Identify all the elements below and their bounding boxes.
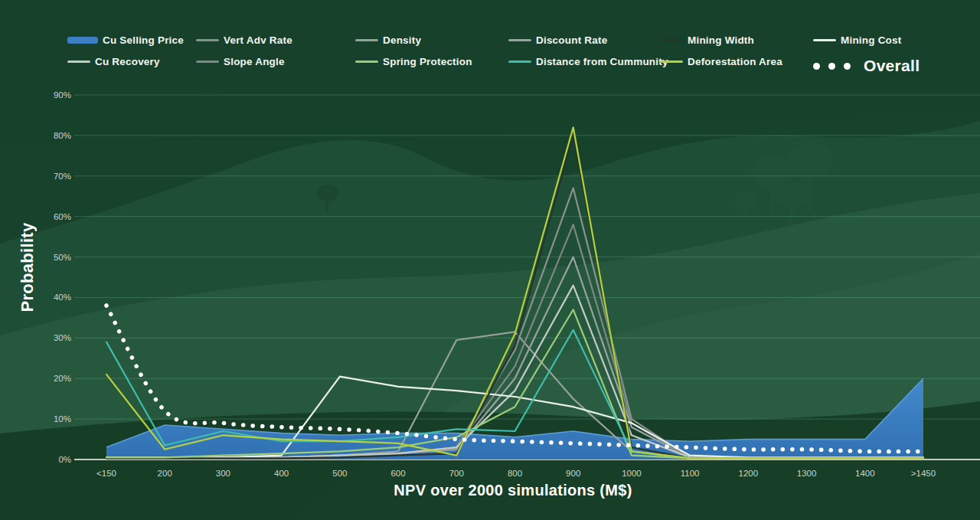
overall-legend-label: Overall (864, 57, 920, 75)
series-line-vert_adv_rate (106, 188, 923, 459)
legend-item-slope_angle[interactable]: Slope Angle (196, 55, 285, 67)
overall-dot-icon (828, 63, 835, 70)
legend-item-cu_recovery[interactable]: Cu Recovery (67, 55, 160, 67)
legend-label-slope_angle: Slope Angle (224, 56, 285, 67)
x-tick-label: 600 (390, 469, 405, 478)
legend-swatch-mining_cost (813, 39, 836, 41)
legend-item-overall[interactable]: Overall (813, 57, 920, 75)
x-tick-label: 700 (449, 469, 464, 478)
overall-dot-icon (813, 63, 820, 70)
legend-swatch-discount_rate (508, 39, 531, 41)
y-tick-label: 70% (54, 172, 71, 181)
legend-label-mining_cost: Mining Cost (841, 34, 901, 46)
x-tick-label: 1300 (797, 469, 817, 478)
chart-stage: 0%10%20%30%40%50%60%70%80%90%<1502003004… (0, 0, 980, 520)
x-tick-label: 1200 (739, 469, 759, 478)
series-line-deforestation_area (106, 127, 923, 459)
y-tick-label: 10% (54, 414, 71, 424)
y-tick-label: 20% (54, 374, 71, 383)
x-tick-label: 200 (158, 469, 172, 478)
legend-item-mining_cost[interactable]: Mining Cost (813, 34, 901, 46)
x-tick-label: 500 (332, 469, 347, 478)
x-tick-label: >1450 (911, 469, 936, 478)
x-axis-title: NPV over 2000 simulations (M$) (260, 482, 766, 499)
legend-label-discount_rate: Discount Rate (536, 34, 607, 46)
y-tick-label: 90% (54, 90, 71, 100)
y-tick-label: 0% (58, 455, 71, 464)
y-tick-label: 50% (54, 253, 71, 262)
series-line-slope_angle (106, 224, 923, 458)
legend-label-density: Density (383, 34, 421, 46)
legend-swatch-distance_from_cummunity (508, 61, 531, 63)
legend-item-discount_rate[interactable]: Discount Rate (508, 34, 607, 46)
legend-item-spring_protection[interactable]: Spring Protection (355, 55, 472, 67)
legend-item-deforestation_area[interactable]: Deforestation Area (660, 55, 782, 67)
legend-item-distance_from_cummunity[interactable]: Distance from Cummunity (508, 55, 668, 67)
legend-label-distance_from_cummunity: Distance from Cummunity (536, 56, 668, 67)
series-line-mining_width (106, 136, 923, 459)
x-tick-label: 400 (274, 469, 289, 478)
legend-label-mining_width: Mining Width (688, 34, 754, 46)
legend-swatch-spring_protection (355, 61, 378, 63)
y-axis-title: Probability (18, 206, 38, 329)
legend-label-spring_protection: Spring Protection (383, 56, 472, 67)
overall-dot-icon (844, 63, 851, 70)
legend-swatch-cu_recovery (67, 61, 90, 63)
legend-label-cu_recovery: Cu Recovery (95, 56, 160, 67)
legend-item-density[interactable]: Density (355, 34, 421, 46)
y-tick-label: 60% (54, 212, 71, 221)
legend-item-mining_width[interactable]: Mining Width (660, 34, 754, 46)
y-tick-label: 30% (54, 333, 71, 342)
x-tick-label: 300 (216, 469, 230, 478)
legend-item-vert_adv_rate[interactable]: Vert Adv Rate (196, 34, 292, 46)
x-tick-label: 1100 (681, 469, 700, 478)
legend-swatch-cu_selling_price (67, 37, 98, 44)
legend-label-vert_adv_rate: Vert Adv Rate (224, 34, 292, 46)
legend-swatch-density (355, 39, 378, 41)
series-line-discount_rate (106, 257, 923, 459)
legend-swatch-deforestation_area (660, 61, 683, 63)
legend-label-cu_selling_price: Cu Selling Price (103, 34, 184, 46)
legend-item-cu_selling_price[interactable]: Cu Selling Price (67, 34, 184, 46)
y-tick-label: 80% (54, 131, 71, 140)
legend-swatch-mining_width (660, 39, 683, 41)
x-tick-label: 1000 (622, 469, 642, 478)
x-tick-label: 900 (566, 469, 580, 478)
x-tick-label: 1400 (855, 469, 875, 478)
y-tick-label: 40% (54, 293, 71, 302)
x-tick-label: 800 (508, 469, 522, 478)
legend-swatch-vert_adv_rate (196, 39, 219, 41)
legend-label-deforestation_area: Deforestation Area (688, 56, 782, 67)
legend-swatch-slope_angle (196, 61, 219, 63)
x-tick-label: <150 (96, 469, 116, 478)
